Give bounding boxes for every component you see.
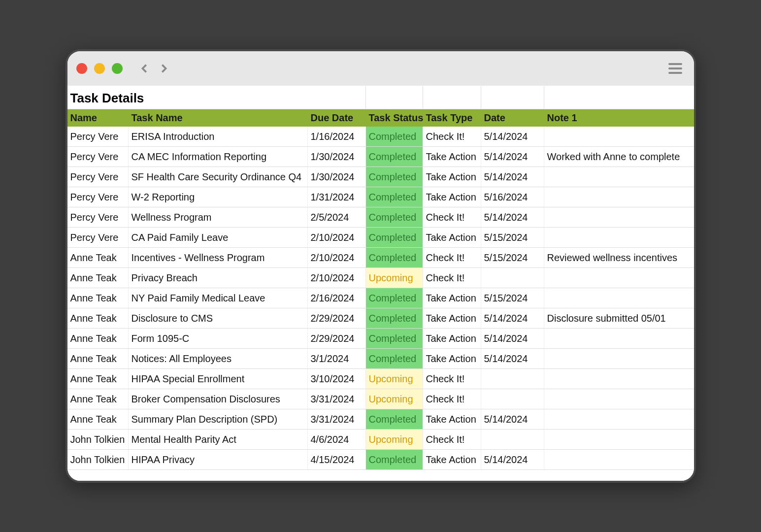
cell-name[interactable]: John Tolkien	[67, 450, 129, 469]
cell-task-type[interactable]: Check It!	[423, 248, 481, 267]
cell-task-status[interactable]: Completed	[366, 308, 423, 328]
cell-task-status[interactable]: Completed	[366, 450, 423, 469]
cell-date[interactable]: 5/15/2024	[481, 288, 544, 308]
cell-name[interactable]: Anne Teak	[67, 288, 129, 308]
cell-task-status[interactable]: Completed	[366, 207, 423, 227]
cell-note-1[interactable]: Disclosure submitted 05/01	[544, 308, 694, 328]
cell-due-date[interactable]: 4/6/2024	[308, 430, 366, 449]
table-row[interactable]: Anne TeakBroker Compensation Disclosures…	[67, 389, 694, 409]
cell-task-name[interactable]: CA Paid Family Leave	[129, 228, 308, 247]
cell-due-date[interactable]: 2/16/2024	[308, 288, 366, 308]
cell-task-status[interactable]: Upcoming	[366, 369, 423, 389]
cell-task-type[interactable]: Take Action	[423, 187, 481, 207]
cell-task-type[interactable]: Take Action	[423, 228, 481, 247]
table-row[interactable]: Percy VereERISA Introduction1/16/2024Com…	[67, 127, 694, 147]
cell-task-status[interactable]: Completed	[366, 187, 423, 207]
cell-task-status[interactable]: Upcoming	[366, 268, 423, 288]
cell-task-type[interactable]: Take Action	[423, 167, 481, 187]
table-row[interactable]: Anne TeakNotices: All Employees3/1/2024C…	[67, 349, 694, 369]
table-row[interactable]: Anne TeakSummary Plan Description (SPD)3…	[67, 409, 694, 430]
cell-name[interactable]: Percy Vere	[67, 207, 129, 227]
col-task-type[interactable]: Task Type	[423, 109, 481, 127]
cell-date[interactable]: 5/14/2024	[481, 308, 544, 328]
cell-date[interactable]: 5/14/2024	[481, 349, 544, 368]
cell-task-type[interactable]: Take Action	[423, 147, 481, 166]
table-row[interactable]: Percy VereW-2 Reporting1/31/2024Complete…	[67, 187, 694, 207]
cell-task-status[interactable]: Completed	[366, 248, 423, 267]
cell-date[interactable]: 5/14/2024	[481, 329, 544, 348]
cell-note-1[interactable]: Worked with Anne to complete	[544, 147, 694, 166]
nav-back-button[interactable]	[136, 60, 153, 77]
table-row[interactable]: Anne TeakForm 1095-C2/29/2024CompletedTa…	[67, 329, 694, 349]
cell-task-status[interactable]: Upcoming	[366, 389, 423, 409]
table-row[interactable]: Percy VereCA Paid Family Leave2/10/2024C…	[67, 228, 694, 248]
table-row[interactable]: Anne TeakIncentives - Wellness Program2/…	[67, 248, 694, 268]
col-task-status[interactable]: Task Status	[366, 109, 423, 127]
cell-date[interactable]: 5/14/2024	[481, 207, 544, 227]
cell-note-1[interactable]	[544, 409, 694, 429]
cell-date[interactable]: 5/14/2024	[481, 409, 544, 429]
cell-date[interactable]: 5/15/2024	[481, 248, 544, 267]
cell-task-type[interactable]: Check It!	[423, 430, 481, 449]
cell-note-1[interactable]	[544, 127, 694, 146]
cell-due-date[interactable]: 4/15/2024	[308, 450, 366, 469]
cell-name[interactable]: Percy Vere	[67, 147, 129, 166]
cell-note-1[interactable]	[544, 268, 694, 288]
cell-due-date[interactable]: 1/16/2024	[308, 127, 366, 146]
cell-task-name[interactable]: Privacy Breach	[129, 268, 308, 288]
cell-note-1[interactable]	[544, 207, 694, 227]
cell-note-1[interactable]: Reviewed wellness incentives	[544, 248, 694, 267]
cell-task-type[interactable]: Check It!	[423, 369, 481, 389]
cell-date[interactable]: 5/14/2024	[481, 147, 544, 166]
cell-note-1[interactable]	[544, 430, 694, 449]
cell-task-name[interactable]: Summary Plan Description (SPD)	[129, 409, 308, 429]
cell-date[interactable]: 5/15/2024	[481, 228, 544, 247]
cell-due-date[interactable]: 3/31/2024	[308, 409, 366, 429]
cell-due-date[interactable]: 3/31/2024	[308, 389, 366, 409]
close-window-button[interactable]	[76, 63, 87, 74]
cell-task-type[interactable]: Take Action	[423, 409, 481, 429]
table-row[interactable]: Anne TeakPrivacy Breach2/10/2024Upcoming…	[67, 268, 694, 288]
maximize-window-button[interactable]	[112, 63, 123, 74]
cell-task-status[interactable]: Upcoming	[366, 430, 423, 449]
cell-name[interactable]: Anne Teak	[67, 248, 129, 267]
table-row[interactable]: John TolkienMental Health Parity Act4/6/…	[67, 430, 694, 450]
cell-note-1[interactable]	[544, 450, 694, 469]
cell-date[interactable]	[481, 369, 544, 389]
cell-task-name[interactable]: ERISA Introduction	[129, 127, 308, 146]
cell-note-1[interactable]	[544, 389, 694, 409]
cell-name[interactable]: Anne Teak	[67, 409, 129, 429]
cell-task-status[interactable]: Completed	[366, 409, 423, 429]
cell-due-date[interactable]: 3/1/2024	[308, 349, 366, 368]
cell-task-name[interactable]: HIPAA Special Enrollment	[129, 369, 308, 389]
cell-due-date[interactable]: 2/5/2024	[308, 207, 366, 227]
cell-task-name[interactable]: Incentives - Wellness Program	[129, 248, 308, 267]
cell-name[interactable]: Anne Teak	[67, 349, 129, 368]
cell-note-1[interactable]	[544, 187, 694, 207]
cell-task-name[interactable]: W-2 Reporting	[129, 187, 308, 207]
table-row[interactable]: Percy VereCA MEC Information Reporting1/…	[67, 147, 694, 167]
cell-task-status[interactable]: Completed	[366, 147, 423, 166]
cell-task-name[interactable]: Mental Health Parity Act	[129, 430, 308, 449]
cell-date[interactable]	[481, 268, 544, 288]
cell-date[interactable]	[481, 389, 544, 409]
cell-task-status[interactable]: Completed	[366, 167, 423, 187]
cell-task-type[interactable]: Take Action	[423, 329, 481, 348]
col-note-1[interactable]: Note 1	[544, 109, 694, 127]
cell-name[interactable]: Anne Teak	[67, 369, 129, 389]
cell-name[interactable]: Percy Vere	[67, 187, 129, 207]
cell-task-type[interactable]: Take Action	[423, 450, 481, 469]
cell-note-1[interactable]	[544, 329, 694, 348]
cell-task-name[interactable]: CA MEC Information Reporting	[129, 147, 308, 166]
cell-task-status[interactable]: Completed	[366, 288, 423, 308]
col-name[interactable]: Name	[67, 109, 129, 127]
cell-task-name[interactable]: Broker Compensation Disclosures	[129, 389, 308, 409]
cell-name[interactable]: Anne Teak	[67, 329, 129, 348]
cell-date[interactable]: 5/14/2024	[481, 450, 544, 469]
cell-due-date[interactable]: 3/10/2024	[308, 369, 366, 389]
menu-button[interactable]	[668, 63, 682, 74]
cell-task-type[interactable]: Take Action	[423, 288, 481, 308]
cell-due-date[interactable]: 1/30/2024	[308, 147, 366, 166]
table-row[interactable]: Percy VereWellness Program2/5/2024Comple…	[67, 207, 694, 228]
table-row[interactable]: Anne TeakNY Paid Family Medical Leave2/1…	[67, 288, 694, 308]
